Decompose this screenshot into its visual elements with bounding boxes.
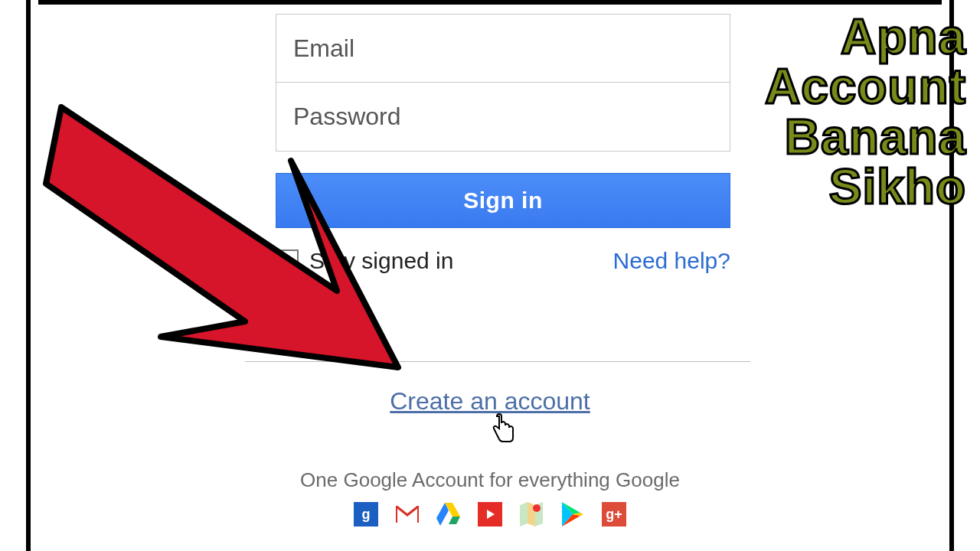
video-title-overlay: Apna Account Banana Sikho [765, 12, 966, 212]
stay-signed-in-checkbox[interactable] [276, 249, 299, 272]
plus-icon: g+ [602, 502, 626, 527]
form-options-row: Stay signed in Need help? [276, 248, 730, 274]
password-placeholder: Password [293, 103, 401, 131]
overlay-line-4: Sikho [765, 162, 966, 212]
create-account-link[interactable]: Create an account [390, 387, 590, 415]
create-account-row: Create an account [0, 387, 980, 416]
need-help-link[interactable]: Need help? [613, 248, 730, 274]
screenshot-stage: Email Password Sign in Stay signed in Ne… [0, 0, 980, 551]
signin-form: Email Password Sign in Stay signed in Ne… [276, 14, 730, 274]
drive-icon [436, 502, 461, 527]
pointer-cursor-icon [490, 413, 518, 444]
svg-point-0 [533, 504, 541, 512]
search-icon: g [354, 502, 378, 527]
signin-button-label: Sign in [463, 187, 543, 214]
email-field[interactable]: Email [276, 14, 730, 83]
maps-icon [519, 502, 544, 527]
tagline-text: One Google Account for everything Google [0, 468, 980, 492]
password-field[interactable]: Password [276, 83, 730, 152]
overlay-line-2: Account [765, 62, 966, 112]
stay-signed-in-label: Stay signed in [309, 248, 453, 274]
youtube-icon [478, 502, 502, 527]
play-icon [560, 502, 585, 527]
email-placeholder: Email [293, 34, 354, 63]
product-icons-row: g g+ [0, 502, 980, 527]
frame-border-top [26, 0, 954, 5]
overlay-line-1: Apna [765, 12, 966, 62]
section-divider [245, 361, 750, 362]
overlay-line-3: Banana [765, 112, 966, 162]
mail-icon [395, 502, 420, 527]
signin-button[interactable]: Sign in [276, 173, 730, 228]
stay-signed-in[interactable]: Stay signed in [276, 248, 453, 274]
